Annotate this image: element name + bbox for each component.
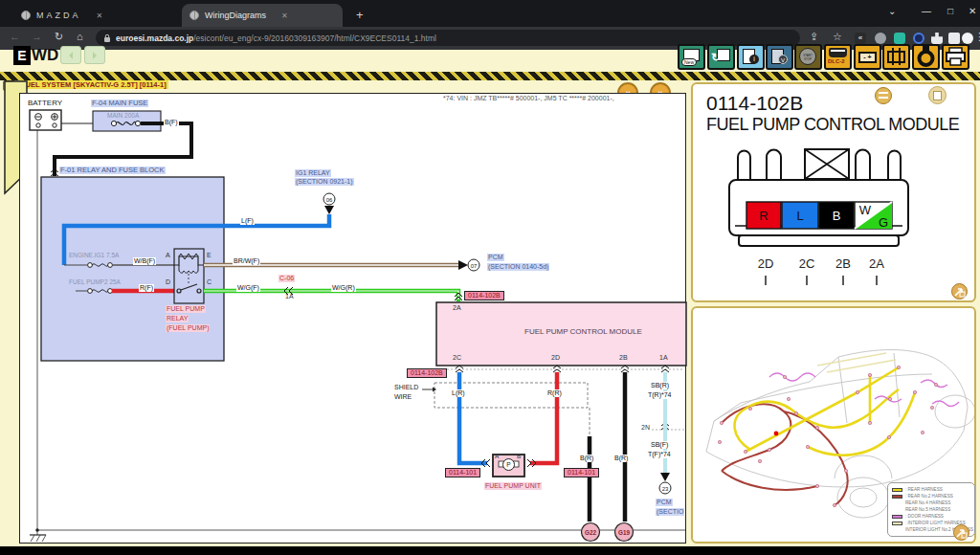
close-button[interactable]: ✕ <box>969 6 976 16</box>
new-window-button[interactable]: New <box>678 44 705 70</box>
tab-close-icon[interactable]: ✕ <box>97 11 103 20</box>
info-icon: i <box>749 55 759 64</box>
lock-icon <box>103 33 111 43</box>
harness-expand-button[interactable] <box>953 524 969 541</box>
extension-icon[interactable] <box>894 33 905 44</box>
extension-icon[interactable] <box>875 33 886 44</box>
globe-icon <box>189 11 199 20</box>
cavity-wg[interactable] <box>855 202 892 229</box>
legend-row: REAR No.4 HARNESS <box>892 500 970 506</box>
f04-label[interactable]: F-04 MAIN FUSE <box>91 100 148 107</box>
fuel-pump-relay-symbol <box>174 249 204 303</box>
tab-mazda[interactable]: MAZDA ✕ <box>13 4 176 27</box>
connector-2n-label: 2N <box>641 424 650 432</box>
home-icon[interactable]: ⌂ <box>77 31 83 42</box>
new-tab-button[interactable]: + <box>356 8 364 22</box>
wire-label-sbf: SB(F) <box>650 441 669 449</box>
bookmark-star-icon[interactable]: ☆ <box>833 31 842 43</box>
cavity-wg-green-half <box>855 202 892 229</box>
screen: MAZDA ✕ WiringDiagrams ✕ + ⌄ — □ ✕ ← → ↻… <box>0 0 980 555</box>
module-pin-2d: 2D <box>551 354 560 362</box>
junction-dot <box>35 528 39 532</box>
connector-tag-0114-101[interactable]: 0114-101 <box>564 468 599 477</box>
relay-box-button[interactable] <box>882 44 910 70</box>
new-label: New <box>681 58 697 66</box>
connector-name: FUEL PUMP CONTROL MODULE <box>706 115 959 135</box>
start-stop-button[interactable]: START STOP <box>794 44 822 70</box>
wire-label-wgr: W/G(R) <box>331 284 356 292</box>
c06-connector-label[interactable]: C-06 <box>278 275 295 282</box>
reload-icon[interactable]: ↻ <box>55 31 63 43</box>
f01-label[interactable]: F-01 RELAY AND FUSE BLOCK <box>59 166 166 174</box>
refresh-icon: ↻ <box>711 51 721 64</box>
svg-text:R: R <box>759 209 768 223</box>
connector-print-button[interactable] <box>928 86 947 104</box>
browser-tab-bar: MAZDA ✕ WiringDiagrams ✕ + ⌄ — □ ✕ <box>0 0 980 27</box>
battery-button[interactable]: - + <box>854 44 881 70</box>
profile-avatar[interactable] <box>962 33 973 44</box>
back-icon[interactable]: ← <box>10 31 20 42</box>
cavity-b[interactable] <box>819 202 854 229</box>
tab-search-icon[interactable]: ⌄ <box>888 6 896 16</box>
fuel-pump2-fuse <box>76 289 174 294</box>
tab-wiringdiagrams[interactable]: WiringDiagrams ✕ <box>182 4 343 27</box>
engine-ig1-fuse-label: ENGINE.IG1 7.5A <box>69 252 119 258</box>
dlc2-button[interactable]: DLC-2 <box>824 44 852 70</box>
menu-dots-icon[interactable]: ⋮ <box>974 31 980 43</box>
wire-label-tf74: T(F)*74 <box>647 451 672 458</box>
globe-icon <box>21 11 31 20</box>
cavity-r[interactable] <box>746 202 781 229</box>
wire-label-rf: R(F) <box>139 284 154 292</box>
pcm2-label[interactable]: PCM <box>656 499 673 506</box>
forward-icon[interactable]: → <box>32 31 42 42</box>
connector-tag-0114-102b[interactable]: 0114-102B <box>464 291 504 300</box>
vehicle-info-button[interactable]: V <box>766 44 793 70</box>
ig1-relay-label[interactable]: IG1 RELAY <box>295 169 331 177</box>
extension-icon[interactable]: « <box>855 33 866 44</box>
hazard-stripe <box>0 72 980 80</box>
highlighted-location-dot <box>774 432 779 436</box>
wiring-diagram-canvas[interactable]: 06 07 23 P G22 G19 *74: VIN : JMZ TB****… <box>19 93 686 544</box>
ig1-section-label[interactable]: (SECTION 0921-1) <box>295 178 354 186</box>
parts-info-button[interactable]: i <box>737 44 765 70</box>
connector-tag-0114-101[interactable]: 0114-101 <box>445 468 480 477</box>
module-pin-1a: 1A <box>659 354 668 362</box>
tab-close-icon[interactable]: ✕ <box>281 11 288 20</box>
cavity-l[interactable] <box>782 202 818 229</box>
relay-icon <box>884 46 908 68</box>
legend-row: : REAR HARNESS <box>892 486 970 493</box>
shield-label-2: WIRE <box>394 393 412 401</box>
pcm-section-label[interactable]: (SECTION 0140-5d) <box>487 263 549 271</box>
share-icon[interactable]: ⇪ <box>810 31 818 43</box>
ewd-forward-button[interactable] <box>84 46 105 64</box>
pcm2-section-label[interactable]: (SECTIO <box>656 508 684 516</box>
connector-list-menu-button[interactable] <box>875 87 892 104</box>
svg-text:L: L <box>796 209 803 223</box>
ewd-logo: E WD <box>13 46 58 65</box>
connector-expand-button[interactable] <box>951 283 968 300</box>
pcm-label[interactable]: PCM <box>487 254 504 261</box>
ewd-back-button[interactable] <box>60 46 81 64</box>
sidebar-icon[interactable] <box>948 33 960 44</box>
url-text: euroesi.mazda.co.jp/esicont/eu_eng/cx-9/… <box>116 33 436 43</box>
unit-pin-b: B <box>517 453 521 459</box>
extensions-puzzle-icon[interactable] <box>931 33 943 44</box>
fuel-pump2-fuse-label: FUEL PUMP2 25A <box>69 278 121 285</box>
connector-tag-0114-102b[interactable]: 0114-102B <box>407 368 447 378</box>
print-button[interactable] <box>942 44 969 70</box>
legend-row: : REAR No.2 HARNESS <box>892 493 970 500</box>
refresh-window-button[interactable]: ↻ <box>707 44 735 70</box>
tab-label: WiringDiagrams <box>205 11 266 20</box>
ewd-logo-wd: WD <box>32 46 58 65</box>
main-fuse-rating: MAIN 200A <box>107 112 139 119</box>
relay-pin-e: E <box>207 252 212 259</box>
module-pin-2a: 2A <box>453 304 461 312</box>
wire-label-br: B(R) <box>579 455 594 462</box>
minimize-button[interactable]: — <box>922 6 931 16</box>
maximize-button[interactable]: □ <box>947 6 953 16</box>
extension-icon[interactable] <box>913 33 924 44</box>
relay-name-1: FUEL PUMP <box>166 305 206 313</box>
svg-text:06: 06 <box>326 197 333 203</box>
wire-lr <box>459 372 487 463</box>
grommet-button[interactable] <box>912 44 940 70</box>
